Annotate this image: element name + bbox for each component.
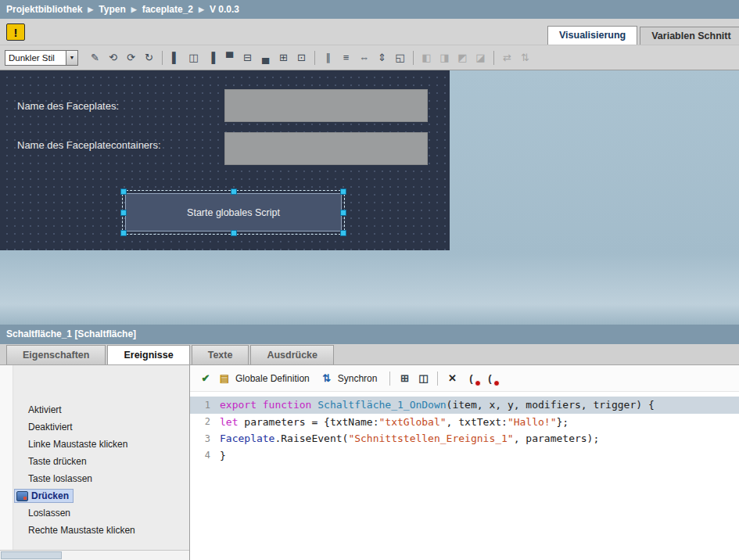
center-horizontally-icon[interactable]: ⊞ — [275, 49, 292, 66]
selected-object: Starte globales Script — [125, 193, 342, 232]
toolbar-separator — [413, 51, 414, 65]
selection-handle[interactable] — [340, 188, 346, 195]
same-height-icon[interactable]: ⇕ — [374, 49, 390, 66]
brush-icon[interactable]: ✎ — [87, 49, 103, 66]
line-number: 1 — [190, 400, 220, 411]
bring-forward-icon: ◩ — [454, 49, 471, 66]
code-line[interactable]: 4} — [190, 447, 739, 465]
toolbar-separator — [389, 372, 390, 386]
breadcrumb: Projektbibliothek▶Typen▶faceplate_2▶V 0.… — [0, 0, 739, 19]
event-list-item[interactable]: Linke Maustaste klicken — [0, 436, 188, 453]
script-toolbar: ✔▤Globale Definition⇅Synchron⊞◫✕(( — [190, 365, 739, 392]
selection-handle[interactable] — [231, 230, 237, 236]
distribute-vertical-icon[interactable]: ≡ — [338, 49, 354, 66]
event-list-panel: AktiviertDeaktiviertLinke Maustaste klic… — [0, 365, 190, 560]
faceplate-name-field[interactable] — [224, 89, 428, 122]
code-line[interactable]: 3Faceplate.RaiseEvent("Schnittstellen_Er… — [190, 430, 739, 447]
breadcrumb-item[interactable]: Typen — [99, 4, 125, 15]
scrollbar-thumb[interactable] — [1, 551, 62, 559]
inspector-panel: Schaltfläche_1 [Schaltfläche] Eigenschaf… — [0, 325, 739, 560]
send-backward-icon: ◪ — [472, 49, 489, 66]
event-list-item[interactable]: Drücken — [0, 487, 188, 504]
globale-definition-icon[interactable]: ▤ — [217, 371, 232, 386]
code-editor[interactable]: 1export function Schaltfläche_1_OnDown(i… — [190, 397, 739, 464]
center-vertically-icon[interactable]: ⊡ — [293, 49, 310, 66]
chevron-down-icon[interactable]: ▼ — [66, 51, 77, 65]
selection-handle[interactable] — [340, 230, 346, 236]
line-number: 4 — [190, 450, 220, 461]
synchron-icon[interactable]: ⇅ — [319, 371, 335, 386]
globale-definition-button[interactable]: Globale Definition — [235, 373, 310, 384]
style-dropdown[interactable]: Dunkler Stil ▼ — [5, 50, 78, 66]
align-center-icon[interactable]: ◫ — [185, 49, 202, 66]
toolbar-separator — [162, 51, 163, 65]
event-label: Rechte Maustaste klicken — [28, 525, 135, 536]
insert-block-icon[interactable]: ◫ — [415, 371, 431, 386]
event-list-item[interactable]: Taste drücken — [0, 453, 188, 470]
style-dropdown-value: Dunkler Stil — [5, 53, 66, 63]
inspector-content: AktiviertDeaktiviertLinke Maustaste klic… — [0, 365, 739, 560]
code-line[interactable]: 2let parameters = {txtName:"txtGlobal", … — [190, 414, 739, 431]
align-left-icon[interactable]: ▌ — [167, 49, 184, 66]
breadcrumb-item[interactable]: Projektbibliothek — [6, 4, 82, 15]
tab-ereignisse[interactable]: Ereignisse — [107, 345, 189, 364]
event-list-item[interactable]: Taste loslassen — [0, 470, 188, 487]
delete-icon[interactable]: ✕ — [444, 371, 460, 386]
selection-handle[interactable] — [340, 210, 346, 216]
faceplate-canvas[interactable]: Name des Faceplates: Name des Faceplatec… — [0, 70, 450, 250]
add-trigger-icon[interactable]: ( — [463, 371, 479, 386]
inspector-tabs: Eigenschaften Ereignisse Texte Ausdrücke — [0, 344, 739, 365]
event-list-item[interactable]: Aktiviert — [0, 401, 188, 418]
tab-variablen-schnittstelle[interactable]: Variablen Schnitt — [640, 27, 739, 45]
selection-handle[interactable] — [120, 188, 127, 195]
breadcrumb-item[interactable]: faceplate_2 — [142, 4, 193, 15]
rotate-right-icon[interactable]: ⟳ — [123, 49, 139, 66]
tab-order-icon: ⇄ — [499, 49, 515, 66]
same-size-icon[interactable]: ◱ — [392, 49, 408, 66]
editor-tabs: Visualisierung Variablen Schnitt — [547, 26, 739, 45]
tab-visualisierung[interactable]: Visualisierung — [547, 26, 637, 45]
toolbar-separator — [314, 51, 315, 65]
toolbar-separator — [437, 372, 438, 386]
format-toolbar: Dunkler Stil ▼ ✎⟲⟳↻▌◫▐▀⊟▄⊞⊡∥≡⇔⇕◱◧◨◩◪⇄⇅ — [0, 45, 739, 70]
align-top-icon[interactable]: ▀ — [221, 49, 238, 66]
tab-eigenschaften[interactable]: Eigenschaften — [6, 345, 106, 364]
container-name-field[interactable] — [224, 132, 428, 165]
selection-outline — [122, 190, 345, 235]
event-list-item[interactable]: Deaktiviert — [0, 418, 188, 436]
validate-script-icon[interactable]: ✔ — [198, 371, 213, 386]
selection-handle[interactable] — [120, 210, 127, 216]
horizontal-scrollbar[interactable] — [0, 550, 189, 560]
align-middle-icon[interactable]: ⊟ — [239, 49, 256, 66]
rotate-left-icon[interactable]: ⟲ — [105, 49, 121, 66]
event-label: Aktiviert — [28, 404, 62, 415]
event-label: Loslassen — [28, 508, 70, 519]
breadcrumb-separator-icon: ▶ — [88, 5, 93, 13]
bring-to-front-icon: ◧ — [418, 49, 435, 66]
inspector-title: Schaltfläche_1 [Schaltfläche] — [0, 325, 739, 344]
align-right-icon[interactable]: ▐ — [203, 49, 220, 66]
event-list-item[interactable]: Loslassen — [0, 504, 188, 522]
same-width-icon[interactable]: ⇔ — [356, 49, 372, 66]
line-number: 3 — [190, 433, 220, 444]
selection-handle[interactable] — [120, 230, 127, 236]
event-list: AktiviertDeaktiviertLinke Maustaste klic… — [0, 401, 188, 539]
selection-handle[interactable] — [231, 188, 237, 195]
breadcrumb-item[interactable]: V 0.0.3 — [210, 4, 239, 15]
tab-texte[interactable]: Texte — [192, 345, 249, 364]
warning-icon[interactable]: ! — [6, 23, 25, 41]
event-list-item[interactable]: Rechte Maustaste klicken — [0, 522, 188, 539]
send-to-back-icon: ◨ — [436, 49, 453, 66]
line-number: 2 — [190, 416, 220, 427]
rotate-180-icon[interactable]: ↻ — [141, 49, 157, 66]
remove-trigger-icon[interactable]: ( — [482, 371, 497, 386]
tab-ausdruecke[interactable]: Ausdrücke — [250, 345, 334, 364]
event-label: Taste loslassen — [28, 473, 92, 484]
align-bottom-icon[interactable]: ▄ — [257, 49, 274, 66]
distribute-horizontal-icon[interactable]: ∥ — [320, 49, 336, 66]
toolbar-separator — [493, 51, 494, 65]
synchron-dropdown[interactable]: Synchron — [338, 373, 378, 384]
code-line[interactable]: 1export function Schaltfläche_1_OnDown(i… — [190, 397, 739, 414]
snippets-table-icon[interactable]: ⊞ — [396, 371, 412, 386]
event-label: Taste drücken — [28, 456, 87, 467]
